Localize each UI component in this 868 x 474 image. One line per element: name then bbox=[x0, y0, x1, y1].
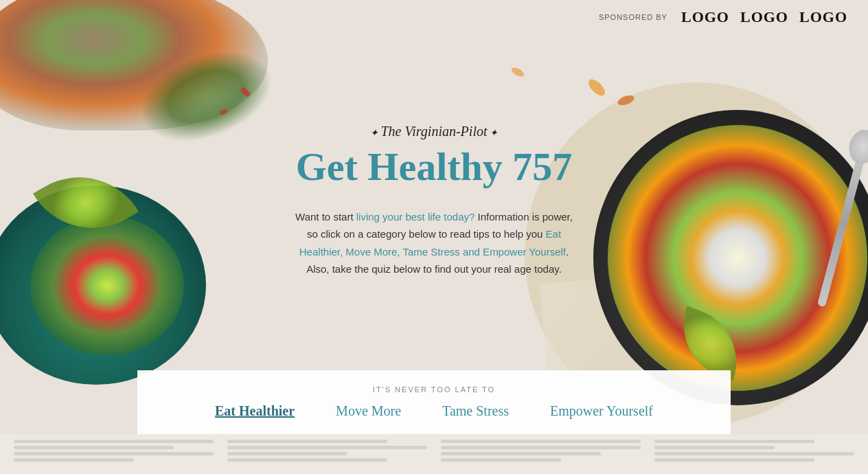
link-empower-yourself[interactable]: Empower Yourself bbox=[550, 403, 653, 419]
highlight-1: living your best life today? bbox=[356, 211, 475, 223]
news-line bbox=[441, 440, 641, 443]
news-line bbox=[654, 446, 775, 449]
news-line bbox=[14, 458, 134, 462]
hero-description: Want to start living your best life toda… bbox=[290, 208, 578, 278]
news-line bbox=[441, 452, 601, 455]
news-line bbox=[654, 440, 814, 443]
sponsor-logos: LOGO LOGO LOGO bbox=[681, 8, 847, 26]
link-move-more[interactable]: Move More bbox=[336, 403, 401, 419]
hero-content: The Virginian-Pilot Get Healthy 757 Want… bbox=[262, 124, 606, 278]
news-line bbox=[654, 458, 814, 462]
news-col-4 bbox=[654, 440, 854, 469]
newspaper-lines bbox=[0, 434, 868, 474]
sponsor-logo-2: LOGO bbox=[740, 8, 788, 26]
news-line bbox=[441, 458, 561, 462]
sponsor-label: SPONSORED BY bbox=[599, 13, 667, 21]
news-col-1 bbox=[14, 440, 214, 469]
news-line bbox=[227, 446, 427, 449]
sponsor-logo-1: LOGO bbox=[681, 8, 729, 26]
page-wrapper: SPONSORED BY LOGO LOGO LOGO The Virginia… bbox=[0, 0, 868, 474]
newspaper-name: The Virginian-Pilot bbox=[262, 124, 606, 139]
news-col-2 bbox=[227, 440, 427, 469]
sponsor-bar: SPONSORED BY LOGO LOGO LOGO bbox=[599, 8, 847, 26]
sponsor-logo-3: LOGO bbox=[799, 8, 847, 26]
news-line bbox=[441, 446, 641, 449]
news-line bbox=[227, 452, 347, 455]
bottom-panel: IT'S NEVER TOO LATE TO Eat Healthier Mov… bbox=[137, 370, 731, 434]
news-line bbox=[227, 458, 387, 462]
link-eat-healthier[interactable]: Eat Healthier bbox=[215, 403, 295, 419]
news-line bbox=[14, 440, 214, 443]
news-line bbox=[14, 452, 214, 455]
panel-links: Eat Healthier Move More Tame Stress Empo… bbox=[165, 403, 703, 419]
news-line bbox=[654, 452, 854, 455]
newspaper-strip bbox=[0, 434, 868, 474]
highlight-2: Eat Healthier, Move More, Tame Stress an… bbox=[299, 228, 566, 258]
panel-subtitle: IT'S NEVER TOO LATE TO bbox=[165, 385, 703, 394]
news-line bbox=[14, 446, 174, 449]
news-col-3 bbox=[441, 440, 641, 469]
hero-title: Get Healthy 757 bbox=[262, 145, 606, 189]
news-line bbox=[227, 440, 387, 443]
link-tame-stress[interactable]: Tame Stress bbox=[442, 403, 509, 419]
